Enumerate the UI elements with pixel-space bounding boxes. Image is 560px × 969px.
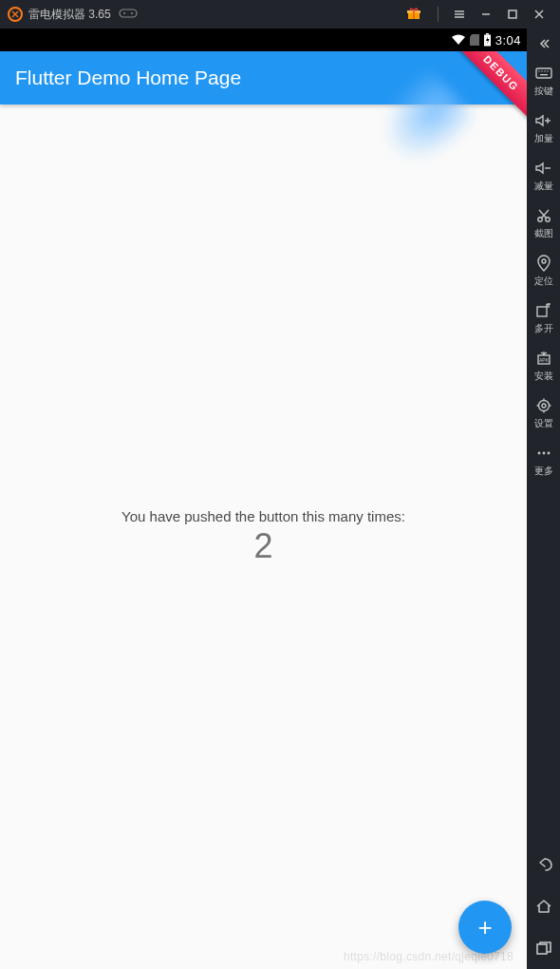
close-button[interactable] xyxy=(526,1,552,28)
tool-label: 定位 xyxy=(534,276,553,287)
tool-volume-up[interactable]: 加量 xyxy=(527,103,560,150)
gift-icon[interactable] xyxy=(407,7,420,23)
emulator-title: 雷电模拟器 3.65 xyxy=(28,7,111,23)
android-recents-button[interactable] xyxy=(527,927,560,969)
tool-label: 设置 xyxy=(534,418,553,429)
gear-icon xyxy=(536,397,551,414)
location-icon xyxy=(537,255,551,272)
tool-label: 多开 xyxy=(534,323,553,334)
svg-point-38 xyxy=(542,404,546,408)
android-home-button[interactable] xyxy=(527,885,560,927)
emulator-logo-icon xyxy=(8,7,23,22)
fab-add-button[interactable]: + xyxy=(458,901,512,954)
svg-point-44 xyxy=(542,452,545,455)
more-icon xyxy=(536,445,551,462)
tool-multi-instance[interactable]: 多开 xyxy=(527,293,560,340)
counter-value: 2 xyxy=(253,526,272,566)
tool-install-apk[interactable]: APK 安装 xyxy=(527,340,560,388)
tool-settings[interactable]: 设置 xyxy=(527,388,560,435)
svg-point-2 xyxy=(123,12,125,14)
status-clock: 3:04 xyxy=(495,33,521,48)
multi-icon xyxy=(536,302,551,319)
svg-point-17 xyxy=(538,70,539,71)
volume-down-icon xyxy=(535,160,552,177)
svg-point-43 xyxy=(537,452,540,455)
emulator-titlebar: 雷电模拟器 3.65 xyxy=(0,0,560,28)
battery-charging-icon xyxy=(483,33,492,47)
svg-point-45 xyxy=(547,452,550,455)
push-text: You have pushed the button this many tim… xyxy=(121,508,405,524)
controller-icon xyxy=(119,8,138,22)
volume-up-icon xyxy=(535,112,552,129)
tool-label: 减量 xyxy=(534,180,553,192)
svg-point-19 xyxy=(544,70,545,71)
svg-rect-21 xyxy=(540,74,548,75)
tool-label: 更多 xyxy=(534,466,553,477)
tool-label: 安装 xyxy=(534,370,553,382)
apk-icon: APK xyxy=(536,350,551,367)
appbar: Flutter Demo Home Page xyxy=(0,51,527,104)
svg-rect-30 xyxy=(537,307,547,316)
tool-location[interactable]: 定位 xyxy=(527,245,560,293)
wifi-icon xyxy=(451,34,466,46)
app-body: You have pushed the button this many tim… xyxy=(0,104,527,969)
tool-label: 按键 xyxy=(534,86,553,97)
tool-volume-down[interactable]: 减量 xyxy=(527,150,560,198)
android-status-bar: 3:04 xyxy=(0,28,527,51)
svg-rect-11 xyxy=(509,10,516,18)
appbar-title: Flutter Demo Home Page xyxy=(15,66,241,89)
tool-more[interactable]: 更多 xyxy=(527,435,560,483)
tool-keyboard[interactable]: 按键 xyxy=(527,55,560,103)
tool-screenshot[interactable]: 截图 xyxy=(527,198,560,245)
svg-rect-15 xyxy=(486,33,489,35)
flutter-app: Flutter Demo Home Page DEBUG You have pu… xyxy=(0,51,527,969)
maximize-button[interactable] xyxy=(499,1,526,28)
svg-rect-6 xyxy=(413,10,415,19)
svg-rect-1 xyxy=(120,10,137,17)
scissors-icon xyxy=(536,207,551,224)
tool-label: 截图 xyxy=(534,228,553,239)
svg-rect-16 xyxy=(536,68,551,78)
svg-rect-46 xyxy=(537,944,547,954)
svg-point-29 xyxy=(542,259,546,263)
svg-point-37 xyxy=(538,401,549,411)
svg-point-18 xyxy=(541,70,542,71)
minimize-button[interactable] xyxy=(473,1,499,28)
phone-screen: 3:04 Flutter Demo Home Page DEBUG You ha… xyxy=(0,28,527,969)
plus-icon: + xyxy=(477,915,492,940)
emulator-right-toolbar: 按键 加量 减量 截图 定位 xyxy=(527,28,560,969)
android-back-button[interactable] xyxy=(527,844,560,885)
svg-point-3 xyxy=(131,12,133,14)
collapse-toolbar-button[interactable] xyxy=(527,32,560,55)
svg-point-20 xyxy=(547,70,548,71)
svg-text:APK: APK xyxy=(538,357,549,363)
tool-label: 加量 xyxy=(534,133,553,144)
menu-button[interactable] xyxy=(446,1,473,28)
titlebar-divider xyxy=(438,7,439,22)
sd-card-icon xyxy=(470,34,479,46)
keyboard-icon xyxy=(535,65,552,82)
